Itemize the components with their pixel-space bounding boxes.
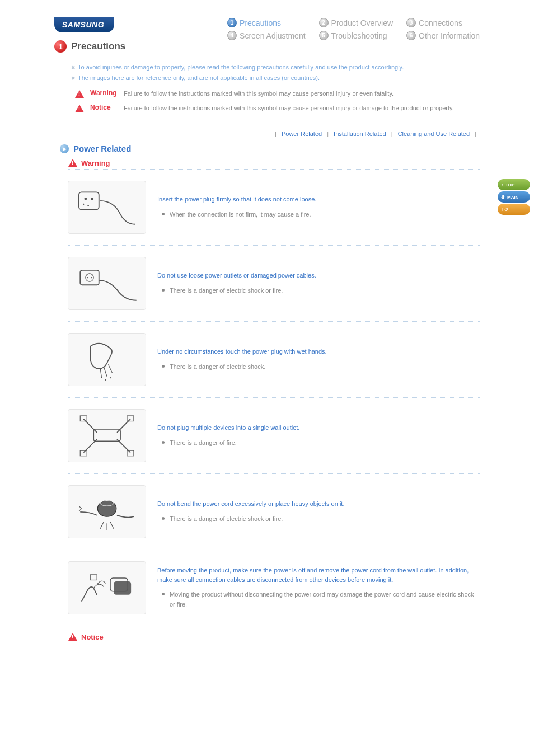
- main-label: MAIN: [507, 195, 518, 200]
- warning-label: Warning: [81, 159, 110, 167]
- item-title: Do not plug multiple devices into a sing…: [157, 423, 474, 433]
- arrow-up-icon: ↑: [501, 182, 503, 187]
- svg-point-8: [91, 277, 92, 278]
- precaution-item: Insert the power plug firmly so that it …: [68, 169, 480, 245]
- notice-label: Notice: [90, 104, 118, 111]
- badge-icon: 2: [319, 18, 329, 27]
- svg-rect-12: [80, 416, 87, 421]
- legend-block: Warning Failure to follow the instructio…: [74, 89, 480, 114]
- illustration-multiple-plugs: [68, 409, 146, 462]
- legend-warning: Warning Failure to follow the instructio…: [74, 89, 480, 99]
- warning-text: Failure to follow the instructions marke…: [124, 89, 394, 98]
- precaution-item: Under no circumstances touch the power p…: [68, 321, 480, 397]
- item-title: Under no circumstances touch the power p…: [157, 347, 474, 356]
- separator: |: [475, 130, 476, 137]
- item-desc: There is a danger of electric shock or f…: [170, 286, 474, 296]
- illustration-bend-cord: [68, 485, 146, 538]
- precaution-item: Do not plug multiple devices into a sing…: [68, 397, 480, 473]
- item-body: Insert the power plug firmly so that it …: [157, 195, 474, 219]
- svg-point-10: [110, 377, 111, 378]
- arrow-right-icon: ▶: [60, 144, 69, 153]
- intro-line-2: ✖The images here are for reference only,…: [71, 73, 480, 83]
- item-desc: There is a danger of electric shock.: [170, 362, 474, 372]
- badge-icon: 1: [227, 18, 237, 27]
- nav-label: Product Overview: [331, 18, 393, 27]
- item-body: Do not bend the power cord excessively o…: [157, 499, 474, 524]
- side-nav: ↑TOP ⇵MAIN ↑ ↺: [498, 179, 530, 215]
- nav-label: Other Information: [419, 31, 480, 40]
- badge-icon: 5: [319, 31, 329, 40]
- x-bullet-icon: ✖: [71, 76, 76, 81]
- warning-icon: [68, 158, 78, 168]
- svg-point-7: [87, 277, 88, 278]
- svg-rect-5: [80, 270, 99, 285]
- nav-troubleshooting[interactable]: 5Troubleshooting: [319, 31, 393, 40]
- precaution-item: Do not bend the power cord excessively o…: [68, 473, 480, 550]
- link-installation-related[interactable]: Installation Related: [334, 130, 386, 137]
- tree-icon: ⇵: [501, 195, 505, 200]
- x-bullet-icon: ✖: [71, 65, 76, 71]
- svg-point-2: [91, 198, 93, 200]
- nav-precautions[interactable]: 1Precautions: [227, 18, 306, 27]
- top-button[interactable]: ↑TOP: [498, 179, 530, 190]
- badge-icon: 3: [406, 18, 416, 27]
- nav-product-overview[interactable]: 2Product Overview: [319, 18, 393, 27]
- page-title: Precautions: [71, 41, 125, 52]
- intro-line-1: ✖To avoid injuries or damage to property…: [71, 63, 480, 72]
- forward-button[interactable]: ↑ ↺: [498, 204, 530, 215]
- svg-point-9: [105, 379, 106, 380]
- legend-notice: Notice Failure to follow the instruction…: [74, 104, 480, 114]
- nav-label: Troubleshooting: [331, 31, 387, 40]
- svg-point-4: [87, 205, 88, 206]
- brand-logo: SAMSUNG: [54, 17, 114, 32]
- item-desc: Moving the product without disconnecting…: [170, 590, 474, 609]
- separator: |: [327, 130, 329, 137]
- precaution-item: Before moving the product, make sure the…: [68, 550, 480, 626]
- sub-warning-header: Warning: [68, 158, 480, 168]
- item-desc: There is a danger of fire.: [170, 438, 474, 448]
- nav-other-information[interactable]: 6Other Information: [406, 31, 480, 40]
- sub-notice-header: Notice: [68, 628, 480, 642]
- nav-label: Connections: [419, 18, 462, 27]
- notice-text: Failure to follow the instructions marke…: [124, 104, 454, 113]
- intro-block: ✖To avoid injuries or damage to property…: [71, 63, 480, 82]
- link-cleaning-use-related[interactable]: Cleaning and Use Related: [398, 130, 470, 137]
- separator: |: [275, 130, 277, 137]
- section-header: ▶ Power Related: [60, 144, 480, 153]
- svg-rect-20: [90, 575, 97, 580]
- item-desc: There is a danger of electric shock or f…: [170, 514, 474, 524]
- nav-screen-adjustment[interactable]: 4Screen Adjustment: [227, 31, 306, 40]
- badge-icon: 6: [406, 31, 416, 40]
- nav-label: Precautions: [240, 18, 281, 27]
- item-title: Do not use loose power outlets or damage…: [157, 271, 474, 280]
- illustration-unplug-before-move: [68, 561, 146, 614]
- warning-icon: [74, 89, 85, 99]
- item-body: Do not plug multiple devices into a sing…: [157, 423, 474, 448]
- nav-label: Screen Adjustment: [240, 31, 306, 40]
- top-label: TOP: [505, 182, 514, 187]
- warning-label: Warning: [90, 89, 118, 97]
- svg-rect-0: [79, 192, 99, 209]
- link-power-related[interactable]: Power Related: [282, 130, 322, 137]
- separator: |: [391, 130, 393, 137]
- section-title: Power Related: [73, 144, 131, 153]
- svg-point-1: [84, 198, 87, 200]
- item-title: Insert the power plug firmly so that it …: [157, 195, 474, 204]
- item-desc: When the connection is not firm, it may …: [170, 210, 474, 220]
- item-title: Before moving the product, make sure the…: [157, 566, 474, 584]
- svg-rect-14: [80, 450, 87, 456]
- item-title: Do not bend the power cord excessively o…: [157, 499, 474, 509]
- illustration-wet-hands: [68, 333, 146, 386]
- svg-rect-11: [93, 429, 120, 442]
- item-body: Before moving the product, make sure the…: [157, 566, 474, 609]
- item-body: Do not use loose power outlets or damage…: [157, 271, 474, 295]
- svg-rect-15: [127, 450, 134, 456]
- illustration-plug-firm: [68, 181, 146, 234]
- svg-point-6: [86, 274, 93, 281]
- title-number-badge: 1: [54, 40, 67, 53]
- nav-connections[interactable]: 3Connections: [406, 18, 480, 27]
- main-button[interactable]: ⇵MAIN: [498, 191, 530, 203]
- svg-rect-13: [127, 416, 134, 421]
- sub-nav: | Power Related | Installation Related |…: [54, 130, 480, 137]
- arrow-right-icon: ↑ ↺: [501, 207, 508, 212]
